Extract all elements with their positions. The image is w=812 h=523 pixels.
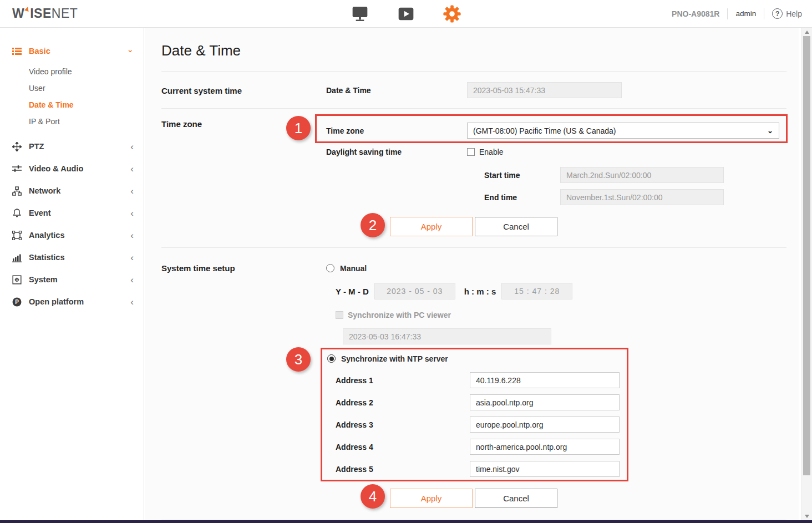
- sidebar-nav: Basic Video profile User Date & Time IP …: [0, 28, 144, 520]
- dst-start-time-field: [560, 167, 724, 183]
- vertical-scrollbar[interactable]: [801, 28, 812, 520]
- sync-ntp-label: Synchronize with NTP server: [341, 354, 448, 363]
- field-label-end-time: End time: [484, 193, 560, 202]
- bar-chart-icon: [12, 253, 22, 262]
- scroll-down-arrow-icon[interactable]: [802, 512, 812, 520]
- sidebar-item-network[interactable]: Network: [0, 180, 144, 202]
- section-label-current-system-time: Current system time: [161, 82, 326, 98]
- address-5-label: Address 5: [336, 465, 470, 474]
- manual-radio-label: Manual: [340, 264, 367, 273]
- field-label-dst: Daylight saving time: [326, 148, 467, 156]
- scroll-up-arrow-icon[interactable]: [802, 28, 812, 36]
- sidebar-item-system[interactable]: System: [0, 268, 144, 291]
- dst-enable-label: Enable: [479, 148, 504, 156]
- chevron-down-icon: [126, 47, 134, 55]
- bottom-edge-strip: [0, 520, 812, 523]
- chevron-left-icon: [130, 297, 134, 307]
- live-monitor-icon[interactable]: [350, 4, 370, 23]
- list-icon: [12, 47, 22, 56]
- top-header: W ISE NET: [0, 0, 812, 28]
- scrollbar-thumb[interactable]: [803, 36, 810, 475]
- ptz-move-icon: [12, 142, 22, 151]
- sidebar-item-event[interactable]: Event: [0, 202, 144, 224]
- manual-time-field: 15 : 47 : 28: [501, 283, 572, 299]
- field-label-date-time: Date & Time: [326, 86, 467, 95]
- sidebar-item-basic[interactable]: Basic: [0, 40, 144, 62]
- sidebar-item-ip-port[interactable]: IP & Port: [0, 113, 144, 130]
- section-label-system-time-setup: System time setup: [161, 260, 326, 508]
- sidebar-item-video-audio[interactable]: Video & Audio: [0, 158, 144, 180]
- bell-icon: [12, 209, 22, 218]
- manual-date-field: 2023 - 05 - 03: [374, 283, 455, 299]
- sync-pc-viewer-checkbox: [336, 311, 343, 319]
- settings-gear-icon[interactable]: [442, 4, 462, 23]
- sidebar-item-date-time[interactable]: Date & Time: [0, 97, 144, 113]
- timezone-apply-button[interactable]: Apply: [390, 217, 473, 236]
- chevron-left-icon: [130, 209, 134, 218]
- address-1-input[interactable]: [470, 372, 620, 388]
- chevron-left-icon: [130, 186, 134, 196]
- ymd-label: Y - M - D: [336, 287, 369, 296]
- timezone-cancel-button[interactable]: Cancel: [475, 217, 557, 236]
- annotation-badge-2: 2: [361, 213, 385, 237]
- annotation-badge-3: 3: [286, 347, 311, 372]
- playback-icon[interactable]: [396, 4, 416, 23]
- manual-radio[interactable]: [326, 264, 334, 272]
- pc-viewer-time-field: [343, 328, 551, 344]
- dst-end-time-field: [560, 189, 724, 205]
- sidebar-item-video-profile[interactable]: Video profile: [0, 63, 144, 80]
- annotation-badge-1: 1: [286, 116, 311, 140]
- ntp-cancel-button[interactable]: Cancel: [475, 489, 557, 508]
- current-system-time-field: [467, 82, 622, 98]
- chevron-left-icon: [130, 275, 134, 285]
- chevron-left-icon: [130, 142, 134, 151]
- chevron-left-icon: [130, 231, 134, 240]
- sync-ntp-radio[interactable]: [327, 354, 336, 363]
- sidebar-item-analytics[interactable]: Analytics: [0, 224, 144, 246]
- network-icon: [12, 186, 22, 196]
- address-4-input[interactable]: [470, 439, 620, 455]
- chevron-left-icon: [130, 253, 134, 262]
- address-4-label: Address 4: [336, 443, 470, 451]
- annotation-badge-4: 4: [361, 484, 385, 509]
- timezone-select[interactable]: (GMT-08:00) Pacific Time (US & Canada) ⌄: [467, 123, 779, 139]
- address-5-input[interactable]: [470, 461, 620, 477]
- dst-enable-checkbox[interactable]: [467, 148, 475, 156]
- sidebar-item-statistics[interactable]: Statistics: [0, 246, 144, 268]
- address-3-label: Address 3: [336, 420, 470, 429]
- sliders-icon: [12, 164, 22, 174]
- ntp-apply-button[interactable]: Apply: [390, 489, 473, 508]
- select-chevron-icon: ⌄: [767, 126, 773, 135]
- address-2-input[interactable]: [470, 394, 620, 410]
- system-box-icon: [12, 275, 22, 285]
- sync-pc-viewer-label: Synchronize with PC viewer: [348, 311, 451, 319]
- page-title: Date & Time: [161, 28, 786, 59]
- open-platform-p-icon: P: [12, 297, 22, 307]
- timezone-selected-value: (GMT-08:00) Pacific Time (US & Canada): [473, 126, 616, 135]
- address-3-input[interactable]: [470, 417, 620, 433]
- field-label-start-time: Start time: [484, 171, 560, 180]
- sidebar-item-user[interactable]: User: [0, 80, 144, 97]
- address-2-label: Address 2: [336, 398, 470, 407]
- hms-label: h : m : s: [464, 287, 496, 296]
- field-label-time-zone: Time zone: [326, 126, 467, 135]
- address-1-label: Address 1: [336, 376, 470, 385]
- sidebar-item-open-platform[interactable]: P Open platform: [0, 291, 144, 313]
- sidebar-item-label: Basic: [29, 47, 50, 55]
- main-content: Date & Time Current system time Date & T…: [145, 28, 799, 520]
- sidebar-item-ptz[interactable]: PTZ: [0, 135, 144, 158]
- analytics-area-icon: [12, 231, 22, 240]
- chevron-left-icon: [130, 164, 134, 174]
- svg-text:P: P: [15, 299, 19, 305]
